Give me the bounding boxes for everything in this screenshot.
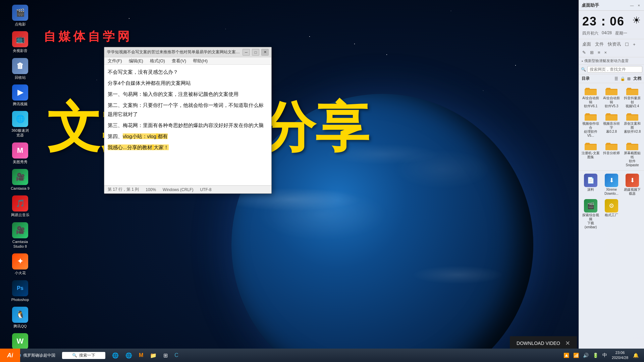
taskbar-btn-appstore[interactable]: ⊞	[160, 349, 171, 362]
notepad-line-9: 第三、梅花网：里面有各种奇思妙想的爆款内容没好好开发在你的大脑	[108, 121, 268, 130]
dir-view-lock[interactable]: 🔒	[620, 76, 625, 81]
icon-diandianying[interactable]: 🎬 点电影	[2, 3, 39, 28]
taskbar-btn-ie[interactable]: 🌐	[109, 349, 122, 362]
icon-camtasia-studio8[interactable]: 🎥 CamtasiaStudio 8	[2, 221, 39, 250]
icon-tengxun-video[interactable]: ▶ 腾讯视频	[2, 83, 39, 108]
notepad-window: 学学短视频不会写文案的苦过来推推荐个他对简单最易学的文案网站文案云上大课堂短视频…	[104, 47, 272, 194]
right-panel-title: 桌面助手	[582, 2, 628, 8]
dir-view-grid[interactable]: ⊞	[627, 76, 631, 81]
folder-icon: 📁	[150, 352, 157, 359]
tray-up-arrow[interactable]: 🔼	[562, 352, 571, 359]
folder-snipaste[interactable]: 屏幕截图贴纸软件Snipaste	[623, 140, 642, 168]
notepad-line-13: 我感心...分享的教材 大家！	[108, 143, 268, 152]
clock-widget: 23：06 四月初六 04/28 星期一 ☀	[579, 11, 644, 39]
notepad-close-button[interactable]: ✕	[261, 49, 269, 56]
icon-huishou[interactable]: 🗑 回收站	[2, 57, 39, 81]
desktop: 自媒体自学网 文案网站分享 🎬 点电影 📺 央视影音 🗑 回收站 ▶ 腾讯视频 …	[0, 0, 644, 362]
rp-btn-desktop[interactable]: 桌面	[581, 41, 592, 48]
icon-meitu[interactable]: M 美图秀秀	[2, 141, 39, 166]
ai-label: Ai	[7, 352, 13, 359]
folder-douyin-original[interactable]: 抖音抖量原创视频V2.4	[623, 85, 642, 109]
dir-view-list[interactable]: ☰	[614, 76, 618, 81]
doc-tab[interactable]: 文档	[633, 76, 641, 81]
brand-text: 自媒体自学网	[44, 29, 132, 43]
menu-file[interactable]: 文件(F)	[106, 58, 123, 64]
clock-time: 23：06	[582, 13, 627, 30]
ai-icon-bottom[interactable]: Ai	[0, 349, 20, 362]
app-tansuo[interactable]: 🎬 探索综合视频下载(xmibar)	[581, 198, 600, 230]
app-gunliao[interactable]: 📄 滚料	[581, 173, 600, 197]
icon-camtasia9[interactable]: 🎥 Camtasia 9	[2, 168, 39, 192]
notepad-content[interactable]: 不会写文案，没有灵感怎么办？ 分享4个自媒体大神都在用的文案网站 第一、句易网：…	[104, 65, 271, 185]
taskbar-btn-maxthon[interactable]: M	[136, 349, 147, 362]
menu-format[interactable]: 格式(O)	[149, 58, 166, 64]
notepad-minimize-button[interactable]: ─	[243, 49, 250, 56]
special-icon: C	[174, 352, 178, 358]
download-close-button[interactable]: ✕	[565, 340, 570, 347]
clock-weekday: 星期一	[615, 31, 627, 36]
left-sidebar: 🎬 点电影 📺 央视影音 🗑 回收站 ▶ 腾讯视频 🌐 360极速浏览器 M 美…	[0, 0, 40, 362]
notepad-menubar: 文件(F) 编辑(E) 格式(O) 查看(V) 帮助(H)	[104, 57, 271, 65]
taskbar-tray: 🔼 📶 🔊 🔋 中 23:06 2020/4/28 🔔	[559, 350, 643, 361]
app-yimei-downloader[interactable]: ⬇ 易媒视频下载器	[623, 173, 642, 197]
ie-icon: 🌐	[112, 352, 119, 359]
notepad-maximize-button[interactable]: □	[252, 49, 259, 56]
icon-yangshiying[interactable]: 📺 央视影音	[2, 30, 39, 54]
menu-view[interactable]: 查看(V)	[170, 58, 187, 64]
app-geshipaichang[interactable]: ⚙ 格式工厂	[602, 198, 621, 230]
menu-edit[interactable]: 编辑(E)	[127, 58, 145, 64]
folder-ai-auto-v61[interactable]: AI全自动剪辑软件V6.1	[581, 85, 600, 109]
recent-news-item[interactable]: • 俄新型验潜艇发射动力盘雷	[579, 57, 644, 65]
folder-zhuce-wencai[interactable]: 注册机-文案图集	[581, 140, 600, 168]
rp-btn-add[interactable]: +	[632, 41, 637, 48]
rp-btn-grid[interactable]: ⊞	[589, 49, 595, 56]
search-input[interactable]	[587, 66, 642, 73]
weather-icon: ☀	[632, 15, 641, 26]
notepad-line-1: 不会写文案，没有灵感怎么办？	[108, 67, 268, 76]
dir-section-header: 目录 ☰ 🔒 ⊞ 文档	[579, 74, 644, 83]
rp-btn-window[interactable]: ☐	[624, 41, 630, 48]
right-panel-toolbar: 桌面 文件 快资讯 ☐ + ✎ ⊞ ≡ ×	[579, 39, 644, 57]
taskbar-btn-edge[interactable]: e 俄罗斯确诊超中国	[15, 349, 59, 362]
tray-clock[interactable]: 23:06 2020/4/28	[610, 350, 630, 361]
folder-ai-auto-v53[interactable]: AI全自动剪辑软件V5.3	[602, 85, 621, 109]
tray-battery[interactable]: 🔋	[591, 352, 600, 359]
tray-keyboard[interactable]: 中	[601, 352, 608, 359]
taskbar-btn-folder[interactable]: 📁	[147, 349, 160, 362]
taskbar-btn-search[interactable]: 🔍 搜索一下	[59, 349, 109, 362]
tray-volume[interactable]: 🔊	[582, 352, 590, 359]
taskbar-btn-chrome[interactable]: 🌐	[122, 349, 136, 362]
notepad-line-5: 第一、句易网：输入你的文案，注意被标记颜色的文案使用	[108, 89, 268, 99]
rp-btn-menu[interactable]: ≡	[596, 49, 602, 56]
tray-notification[interactable]: 🔔	[632, 352, 640, 359]
tray-network[interactable]: 📶	[572, 352, 580, 359]
folder-video-music-subtitle[interactable]: 视频音乐转字幕0.2.8	[602, 111, 621, 139]
taskbar-btn-edge-label: 俄罗斯确诊超中国	[23, 353, 55, 358]
rp-btn-edit[interactable]: ✎	[581, 49, 587, 56]
icon-wangyi[interactable]: 🎵 网易云音乐	[2, 194, 39, 219]
icon-360[interactable]: 🌐 360极速浏览器	[2, 110, 39, 139]
folder-video-creation[interactable]: 视频创作综合处理软件V5...	[581, 111, 600, 139]
rp-btn-file[interactable]: 文件	[594, 41, 605, 48]
tray-date: 2020/4/28	[612, 355, 628, 360]
rp-btn-close[interactable]: ×	[603, 49, 608, 56]
download-banner: DOWNLOAD VIDEO ✕	[510, 336, 577, 350]
folder-original-wencai[interactable]: 原创文案和图素软件V2.8	[623, 111, 642, 139]
taskbar-btn-special[interactable]: C	[171, 349, 182, 362]
notepad-zoom: 100%	[146, 187, 156, 192]
rp-btn-news[interactable]: 快资讯	[606, 41, 622, 48]
icon-photoshop[interactable]: Ps Photoshop	[2, 279, 39, 303]
folder-grid: AI全自动剪辑软件V6.1 AI全自动剪辑软件V5.3 抖音抖量原创视频V2.4	[579, 83, 644, 170]
icon-qq[interactable]: 🐧 腾讯QQ	[2, 305, 39, 330]
right-panel-settings-btn[interactable]: ×	[637, 3, 641, 8]
search-browser-icon: 🔍	[72, 353, 77, 358]
menu-help[interactable]: 帮助(H)	[192, 58, 209, 64]
right-panel-expand-btn[interactable]: —	[629, 3, 635, 8]
icon-xiaohua[interactable]: ✦ 小火花	[2, 252, 39, 277]
taskbar: e 俄罗斯确诊超中国 🔍 搜索一下 🌐 🌐 M 📁 ⊞ C 🔼 📶 🔊 🔋 中 …	[0, 349, 644, 362]
appstore-icon: ⊞	[163, 352, 168, 359]
dir-tab-directory[interactable]: 目录	[582, 76, 590, 81]
folder-douyin-analyst[interactable]: 抖音分析师	[602, 140, 621, 168]
chrome-icon: 🌐	[125, 352, 132, 359]
app-xtreme[interactable]: ⬇ XtremeDownlo...	[602, 173, 621, 197]
